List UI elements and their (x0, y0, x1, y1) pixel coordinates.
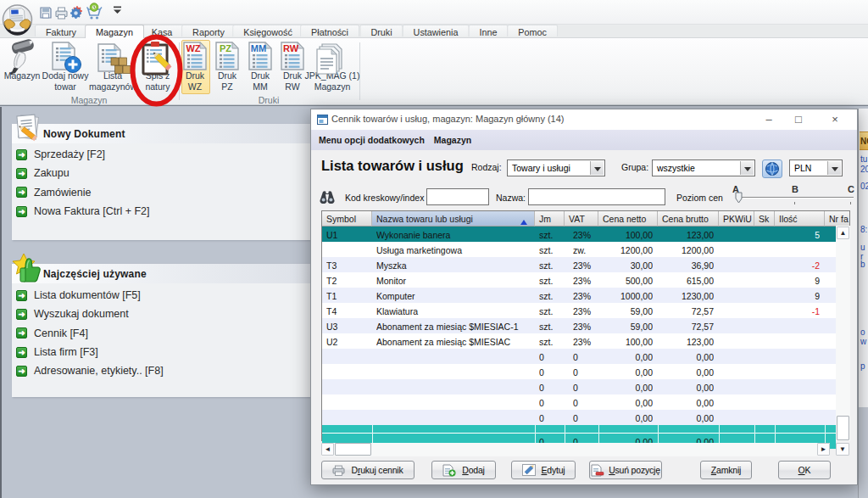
svg-text:RW: RW (283, 43, 299, 53)
svg-text:MM: MM (251, 43, 266, 53)
svg-text:WZ: WZ (186, 43, 200, 53)
svg-text:PZ: PZ (220, 43, 231, 53)
